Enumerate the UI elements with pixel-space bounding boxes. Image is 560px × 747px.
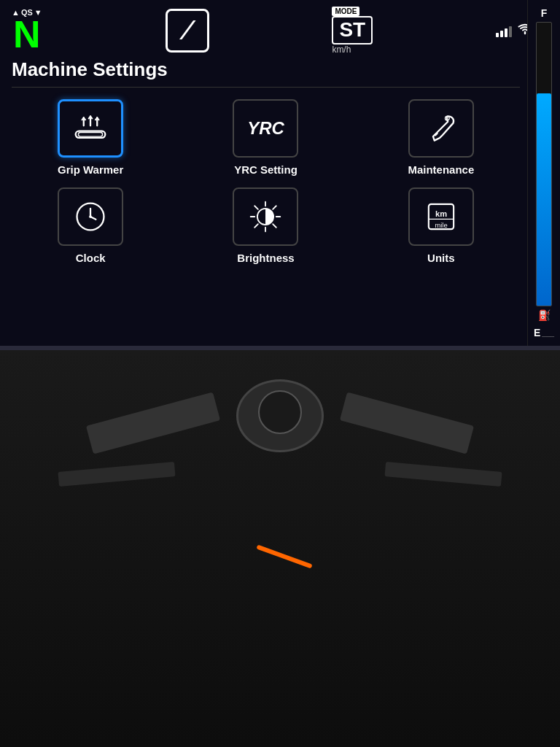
fuel-bar: [536, 22, 552, 306]
maintenance-icon-box[interactable]: [408, 99, 474, 158]
fuel-full-label: F: [541, 7, 548, 19]
svg-text:km: km: [435, 209, 447, 218]
engine-center-inner: [258, 390, 302, 434]
menu-item-brightness[interactable]: Brightness: [187, 187, 344, 264]
signal-bar-4: [509, 26, 512, 37]
signal-bar-2: [500, 31, 503, 37]
clock-icon: [73, 199, 108, 234]
yrc-text-icon: YRC: [247, 118, 284, 139]
engine-right-arm: [340, 392, 474, 454]
fuel-bar-fill: [537, 93, 551, 306]
yrc-label: YRC Setting: [234, 163, 298, 176]
main-content: Machine Settings: [0, 58, 560, 276]
clock-icon-box[interactable]: [58, 187, 123, 246]
menu-item-units[interactable]: km mile Units: [362, 187, 520, 264]
svg-line-18: [273, 206, 277, 209]
mode-value: ST: [332, 16, 373, 44]
fuel-e-dash: ___: [542, 329, 554, 337]
svg-line-19: [255, 224, 259, 228]
fuel-gauge: F ⛽ E ___: [527, 0, 560, 346]
svg-line-17: [273, 224, 277, 228]
signal-strength-icon: [496, 24, 512, 37]
signal-bar-3: [505, 28, 508, 37]
status-bar: ▲ QS ▼ N ∕ MODE ST km/h: [0, 0, 560, 58]
svg-line-16: [255, 206, 259, 209]
brightness-icon-box[interactable]: [233, 187, 298, 246]
wrench-icon: [424, 111, 459, 146]
fuel-empty-label: E ___: [534, 327, 554, 338]
engine-pipe-left: [58, 462, 175, 487]
grip-warmer-label: Grip Warmer: [58, 163, 123, 176]
motorcycle-background: [0, 350, 560, 747]
fuel-e-text: E: [534, 327, 540, 338]
svg-point-10: [89, 215, 92, 218]
mode-tag: MODE: [332, 7, 359, 16]
engine-cable-orange: [256, 545, 312, 569]
menu-grid: Grip Warmer YRC YRC Setting Maint: [12, 99, 520, 264]
gear-display: N: [13, 15, 41, 53]
fuel-pump-icon: ⛽: [538, 309, 551, 321]
brightness-icon: [248, 199, 283, 234]
units-icon: km mile: [424, 199, 459, 234]
center-icon: ∕: [166, 9, 209, 53]
maintenance-label: Maintenance: [408, 163, 474, 176]
instrument-cluster-screen: ▲ QS ▼ N ∕ MODE ST km/h: [0, 0, 560, 350]
mode-unit: km/h: [332, 44, 351, 55]
grip-warmer-icon-box[interactable]: [58, 99, 123, 158]
units-label: Units: [427, 252, 455, 264]
menu-item-clock[interactable]: Clock: [12, 187, 169, 264]
units-icon-box[interactable]: km mile: [408, 187, 474, 246]
menu-item-grip-warmer[interactable]: Grip Warmer: [12, 99, 169, 176]
engine-shapes: [0, 350, 560, 747]
svg-rect-1: [79, 133, 103, 137]
yrc-icon-box[interactable]: YRC: [233, 99, 298, 158]
clock-label: Clock: [76, 252, 106, 264]
grip-warmer-icon: [73, 111, 108, 146]
menu-item-yrc[interactable]: YRC YRC Setting: [187, 99, 344, 176]
signal-bar-1: [496, 33, 499, 37]
svg-text:mile: mile: [435, 221, 447, 229]
mode-block: MODE ST km/h: [332, 7, 373, 55]
gear-indicator: ▲ QS ▼ N: [12, 8, 42, 53]
engine-pipe-right: [384, 462, 502, 487]
menu-item-maintenance[interactable]: Maintenance: [362, 99, 520, 176]
traction-icon: ∕: [166, 9, 209, 53]
engine-left-arm: [86, 392, 220, 454]
page-title: Machine Settings: [12, 58, 520, 88]
brightness-label: Brightness: [237, 252, 294, 264]
